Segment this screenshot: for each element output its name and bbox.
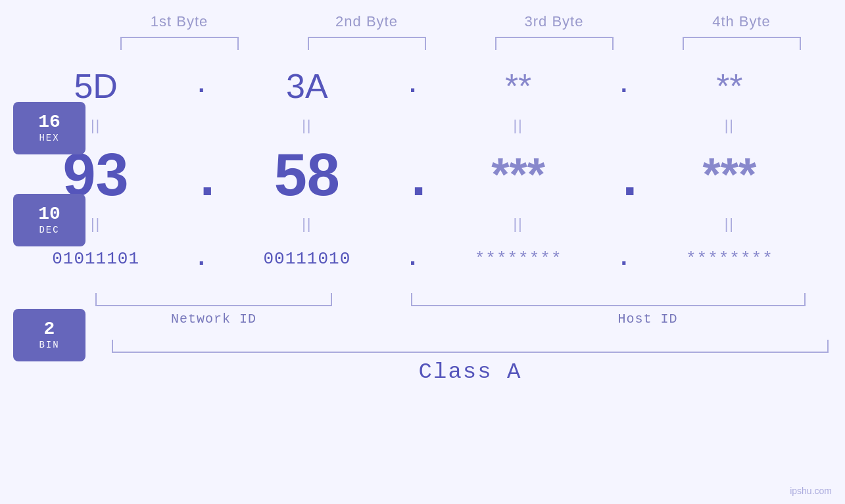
eq2-3: || — [423, 216, 614, 233]
bracket-2 — [308, 37, 426, 50]
hex-label-box: 16 HEX — [13, 102, 85, 154]
bin-b3-cell: ******** — [423, 249, 614, 269]
eq1-4: || — [634, 117, 825, 134]
bin-label-box: 2 BIN — [13, 309, 85, 361]
hex-b1-cell: 5D — [0, 66, 191, 106]
bottom-brackets-row — [95, 286, 845, 306]
bin-dot1: . — [191, 247, 211, 271]
bin-b3: ******** — [475, 249, 562, 269]
dec-dot2: . — [403, 142, 423, 208]
hex-dot1: . — [191, 74, 211, 98]
byte4-header: 4th Byte — [658, 13, 825, 30]
eq1-2: || — [211, 117, 402, 134]
hex-dot2: . — [403, 74, 423, 98]
equals-row-1: || || || || — [0, 116, 845, 135]
bin-text: BIN — [39, 340, 59, 350]
bin-number: 2 — [44, 320, 55, 338]
dec-b3-cell: *** — [423, 149, 614, 201]
class-row: Class A — [0, 340, 845, 384]
host-id-bracket — [411, 293, 806, 306]
bin-b1: 01011101 — [52, 249, 139, 269]
dec-b3: *** — [491, 149, 545, 201]
bin-b2-cell: 00111010 — [211, 249, 402, 269]
bottom-bracket-area: Network ID Host ID — [0, 286, 845, 327]
bracket-1 — [120, 37, 239, 50]
dec-b2-cell: 58 — [211, 141, 402, 209]
eq1-3: || — [423, 117, 614, 134]
bracket-cell-3 — [470, 37, 638, 50]
watermark: ipshu.com — [790, 486, 832, 496]
class-bracket-outer: Class A — [112, 340, 829, 384]
hex-dot3: . — [614, 74, 634, 98]
hex-b1: 5D — [74, 66, 117, 106]
bracket-3 — [495, 37, 614, 50]
class-bracket — [112, 340, 829, 353]
hex-text: HEX — [39, 133, 59, 143]
main-container: 1st Byte 2nd Byte 3rd Byte 4th Byte 16 H… — [0, 0, 845, 504]
bin-b4-cell: ******** — [634, 249, 825, 269]
byte2-header: 2nd Byte — [283, 13, 450, 30]
host-id-label: Host ID — [450, 311, 845, 327]
dec-b4-cell: *** — [634, 149, 825, 201]
dec-label-box: 10 DEC — [13, 194, 85, 246]
hex-b4-cell: ** — [634, 66, 825, 106]
class-label: Class A — [112, 359, 829, 384]
eq2-2: || — [211, 216, 402, 233]
dec-text: DEC — [39, 225, 59, 235]
bin-b2: 00111010 — [263, 249, 350, 269]
dec-row: 93 . 58 . *** . *** — [0, 135, 845, 214]
top-brackets — [0, 37, 845, 50]
hex-b3-cell: ** — [423, 66, 614, 106]
hex-b2: 3A — [286, 66, 328, 106]
bracket-cell-2 — [283, 37, 450, 50]
network-id-label: Network ID — [95, 311, 332, 327]
id-labels-row: Network ID Host ID — [95, 311, 845, 327]
hex-number: 16 — [38, 113, 60, 131]
byte-headers: 1st Byte 2nd Byte 3rd Byte 4th Byte — [0, 13, 845, 30]
byte3-header: 3rd Byte — [470, 13, 638, 30]
dec-b2: 58 — [274, 141, 340, 209]
hex-b2-cell: 3A — [211, 66, 402, 106]
bracket-cell-1 — [95, 37, 263, 50]
bin-b1-cell: 01011101 — [0, 249, 191, 269]
bin-b4: ******** — [686, 249, 773, 269]
hex-row: 5D . 3A . ** . ** — [0, 57, 845, 116]
eq2-4: || — [634, 216, 825, 233]
bin-row: 01011101 . 00111010 . ******** . *******… — [0, 234, 845, 283]
bracket-cell-4 — [658, 37, 825, 50]
equals-row-2: || || || || — [0, 214, 845, 234]
hex-b4: ** — [716, 66, 742, 106]
bracket-4 — [683, 37, 801, 50]
dec-dot1: . — [191, 142, 211, 208]
dec-number: 10 — [38, 205, 60, 223]
dec-b4: *** — [703, 149, 757, 201]
network-id-bracket — [95, 293, 332, 306]
bin-dot3: . — [614, 247, 634, 271]
bin-dot2: . — [403, 247, 423, 271]
byte1-header: 1st Byte — [95, 13, 263, 30]
dec-dot3: . — [614, 142, 634, 208]
hex-b3: ** — [505, 66, 531, 106]
